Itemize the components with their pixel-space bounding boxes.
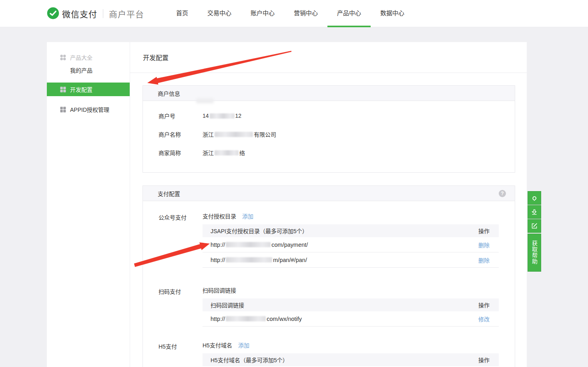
auth-dir-subtitle: 支付授权目录 — [203, 212, 236, 220]
payment-config-body: 公众号支付 支付授权目录 添加 JSAPI支付授权目录（最多可添加5个） 操作 — [143, 201, 515, 367]
table-row: http:// com/wx/notify 修改 — [203, 311, 499, 327]
grid-squares-icon — [60, 87, 66, 93]
product-name: 商户平台 — [109, 8, 144, 20]
nav-item-product-center[interactable]: 产品中心 — [327, 0, 371, 27]
sidebar: 产品大全 我的产品 开发配置 APPID授权管理 — [47, 42, 130, 367]
page-title-bar: 开发配置 — [130, 42, 527, 73]
merchant-id-label: 商户号 — [159, 112, 203, 120]
redacted-text — [226, 257, 272, 262]
h5-pay-section: H5支付 H5支付域名 添加 H5支付域名（最多可添加5个） 操作 — [143, 341, 515, 367]
table-op-header: 操作 — [478, 227, 490, 235]
nav-item-account-center[interactable]: 账户中心 — [241, 0, 284, 27]
merchant-id-row: 商户号 14 12 — [143, 107, 515, 125]
merchant-info-title: 商户信息 — [158, 89, 180, 97]
table-row: http:// m/pan/#/pan/ 删除 — [203, 252, 499, 268]
top-header: 微信支付 商户平台 首页 交易中心 账户中心 营销中心 产品中心 数据中心 — [0, 0, 588, 27]
payment-config-title: 支付配置 — [158, 190, 180, 198]
table-op-header: 操作 — [478, 356, 490, 364]
nav-item-marketing-center[interactable]: 营销中心 — [284, 0, 327, 27]
sidebar-item-appid-auth[interactable]: APPID授权管理 — [47, 103, 130, 116]
main-content: 开发配置 商户信息 商户号 14 12 商户名称 — [130, 42, 527, 367]
h5-pay-label: H5支付 — [159, 341, 203, 367]
sidebar-item-dev-config[interactable]: 开发配置 — [47, 83, 130, 96]
help-icon[interactable]: ? — [499, 190, 506, 197]
grid-dots-icon — [60, 54, 66, 60]
merchant-shortname-value: 浙江 络 — [203, 149, 245, 157]
edit-button[interactable] — [528, 219, 541, 233]
payment-config-header: 支付配置 ? — [143, 186, 515, 201]
brand-name: 微信支付 — [62, 8, 97, 20]
logo-divider — [103, 9, 103, 18]
merchant-name-label: 商户名称 — [159, 130, 203, 138]
download-button[interactable] — [528, 205, 541, 219]
sidebar-item-my-products[interactable]: 我的产品 — [47, 65, 130, 76]
table-header-row: H5支付域名（最多可添加5个） 操作 — [203, 353, 499, 366]
nav-item-data-center[interactable]: 数据中心 — [371, 0, 414, 27]
add-h5-domain-link[interactable]: 添加 — [238, 341, 249, 349]
sidebar-group-label: 产品大全 — [70, 53, 92, 61]
main-nav: 首页 交易中心 账户中心 营销中心 产品中心 数据中心 — [167, 0, 414, 27]
add-auth-dir-link[interactable]: 添加 — [242, 212, 253, 220]
nav-item-transaction-center[interactable]: 交易中心 — [198, 0, 241, 27]
jsapi-auth-dir-table: JSAPI支付授权目录（最多可添加5个） 操作 http:// com/paym… — [203, 224, 499, 268]
table-header-label: 扫码回调链接 — [211, 301, 244, 309]
scan-callback-url: http:// com/wx/notify — [211, 316, 302, 322]
payment-config-panel: 支付配置 ? 公众号支付 支付授权目录 添加 JSAPI支付授权目录（最多可添加 — [142, 186, 515, 367]
wechat-pay-logo: 微信支付 商户平台 — [47, 7, 144, 20]
merchant-shortname-label: 商家简称 — [159, 149, 203, 157]
redacted-text — [226, 316, 266, 321]
auth-dir-url: http:// com/payment/ — [211, 242, 308, 248]
jsapi-pay-section: 公众号支付 支付授权目录 添加 JSAPI支付授权目录（最多可添加5个） 操作 — [143, 212, 515, 268]
nav-item-home[interactable]: 首页 — [167, 0, 198, 27]
scan-pay-section: 扫码支付 扫码回调链接 扫码回调链接 操作 ht — [143, 286, 515, 327]
merchant-id-value: 14 12 — [203, 113, 241, 119]
table-header-label: H5支付域名（最多可添加5个） — [211, 356, 288, 364]
merchant-info-body: 商户号 14 12 商户名称 浙江 有限公司 商家简 — [143, 101, 515, 172]
table-op-header: 操作 — [478, 301, 490, 309]
scan-callback-subtitle: 扫码回调链接 — [203, 286, 236, 294]
sidebar-item-label: APPID授权管理 — [70, 105, 109, 113]
content-card: 产品大全 我的产品 开发配置 APPID授权管理 开发配置 商户信息 — [47, 42, 527, 367]
page-title: 开发配置 — [143, 52, 169, 62]
get-help-button[interactable]: 获取帮助 — [528, 234, 541, 272]
auth-dir-url: http:// m/pan/#/pan/ — [211, 257, 307, 263]
table-header-row: JSAPI支付授权目录（最多可添加5个） 操作 — [203, 224, 499, 237]
h5-domain-table: H5支付域名（最多可添加5个） 操作 dia .com 删除 — [203, 353, 499, 367]
scan-pay-label: 扫码支付 — [159, 286, 203, 327]
redacted-smudge — [196, 99, 214, 103]
redacted-text — [215, 150, 239, 155]
merchant-shortname-row: 商家简称 浙江 络 — [143, 143, 515, 162]
edit-icon — [531, 222, 538, 230]
table-row: http:// com/payment/ 删除 — [203, 237, 499, 252]
delete-link[interactable]: 删除 — [478, 256, 490, 264]
sidebar-item-label: 开发配置 — [70, 85, 92, 93]
scan-callback-table: 扫码回调链接 操作 http:// com/wx/notify 修改 — [203, 298, 499, 327]
redacted-text — [215, 132, 253, 137]
redacted-text — [226, 242, 271, 247]
sidebar-group-product-catalog[interactable]: 产品大全 — [47, 52, 130, 63]
merchant-name-value: 浙江 有限公司 — [203, 130, 276, 138]
merchant-info-panel: 商户信息 商户号 14 12 商户名称 浙江 有限 — [142, 85, 515, 173]
table-header-label: JSAPI支付授权目录（最多可添加5个） — [211, 227, 308, 235]
redacted-text — [210, 113, 235, 119]
wechat-pay-bubble-icon — [47, 7, 59, 20]
h5-domain-subtitle: H5支付域名 — [203, 341, 232, 349]
modify-link[interactable]: 修改 — [478, 315, 490, 323]
grid-squares-icon — [60, 107, 66, 113]
link-button[interactable] — [528, 191, 541, 205]
table-header-row: 扫码回调链接 操作 — [203, 298, 499, 311]
merchant-name-row: 商户名称 浙江 有限公司 — [143, 125, 515, 143]
delete-link[interactable]: 删除 — [478, 241, 490, 249]
download-icon — [531, 208, 538, 216]
link-icon — [531, 194, 538, 202]
floating-toolbar: 获取帮助 — [528, 191, 541, 272]
jsapi-pay-label: 公众号支付 — [159, 212, 203, 268]
